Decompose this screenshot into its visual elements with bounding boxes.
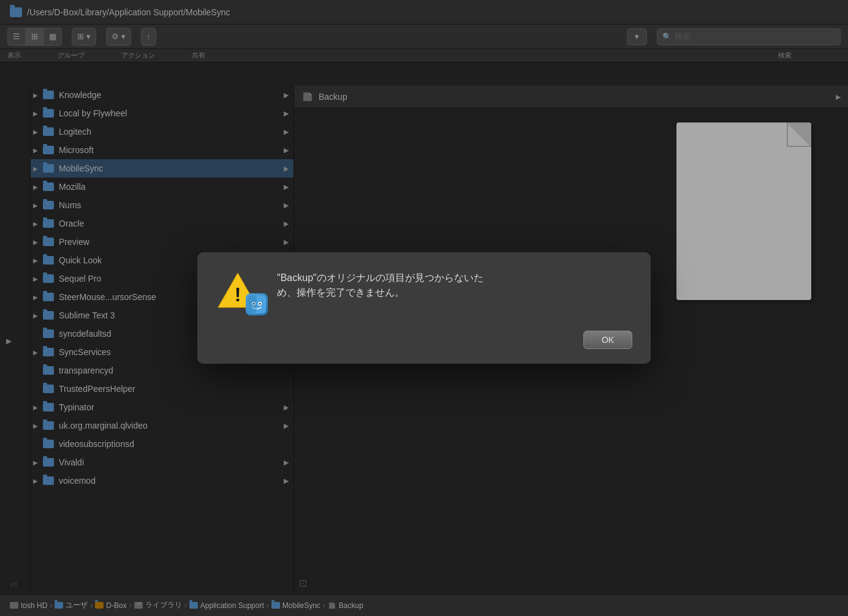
modal-overlay: ! "Backup"のオリジナルの項目 bbox=[0, 0, 848, 616]
modal-message: "Backup"のオリジナルの項目が見つからないた め、操作を完了できません。 bbox=[277, 271, 632, 300]
finder-icon bbox=[246, 293, 268, 315]
svg-rect-7 bbox=[248, 295, 257, 314]
svg-point-6 bbox=[259, 303, 261, 305]
modal-icon-area: ! bbox=[216, 271, 265, 312]
ok-button[interactable]: OK bbox=[583, 331, 632, 349]
svg-text:!: ! bbox=[235, 284, 241, 306]
alert-dialog: ! "Backup"のオリジナルの項目 bbox=[197, 252, 651, 364]
